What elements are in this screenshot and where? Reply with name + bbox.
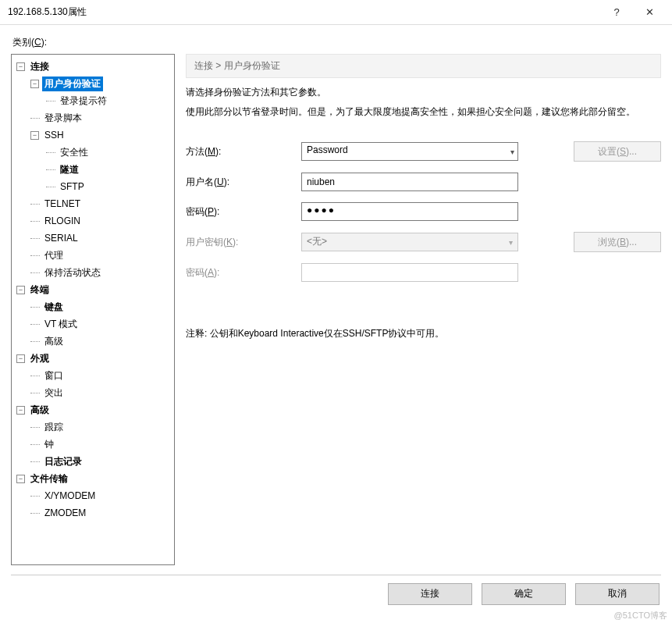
tree-item-telnet[interactable]: TELNET bbox=[13, 195, 172, 212]
tree-item-appearance[interactable]: − 外观 bbox=[13, 350, 172, 367]
tree-line-icon bbox=[30, 307, 40, 308]
tree-line-icon bbox=[30, 513, 40, 514]
tree-line-icon bbox=[30, 221, 40, 222]
connect-button[interactable]: 连接 bbox=[388, 583, 472, 605]
ok-button[interactable]: 确定 bbox=[482, 583, 566, 605]
tree-item-sftp[interactable]: SFTP bbox=[13, 178, 172, 195]
tree-item-rlogin[interactable]: RLOGIN bbox=[13, 212, 172, 230]
row-passphrase: 密码(A): bbox=[186, 263, 661, 282]
tree-item-login-prompt[interactable]: 登录提示符 bbox=[13, 92, 172, 109]
tree-line-icon bbox=[30, 461, 40, 462]
tree-line-icon bbox=[46, 101, 55, 101]
content-pane: 连接 > 用户身份验证 请选择身份验证方法和其它参数。 使用此部分以节省登录时间… bbox=[186, 54, 661, 565]
collapse-icon[interactable]: − bbox=[30, 80, 39, 88]
collapse-icon[interactable]: − bbox=[16, 475, 25, 483]
collapse-icon[interactable]: − bbox=[16, 62, 25, 71]
tree-line-icon bbox=[30, 496, 40, 497]
tree-item-bell[interactable]: 钟 bbox=[13, 436, 172, 453]
tree-line-icon bbox=[30, 444, 40, 445]
description-2: 使用此部分以节省登录时间。但是，为了最大限度地提高安全性，如果担心安全问题，建议… bbox=[186, 104, 661, 119]
chevron-down-icon: ▾ bbox=[510, 148, 514, 156]
tree-item-terminal[interactable]: − 终端 bbox=[13, 281, 172, 298]
row-username: 用户名(U): bbox=[186, 173, 661, 191]
window-title: 192.168.5.130属性 bbox=[8, 5, 600, 19]
tree-item-keyboard[interactable]: 键盘 bbox=[13, 298, 172, 315]
settings-button: 设置(S)... bbox=[574, 141, 661, 162]
collapse-icon[interactable]: − bbox=[16, 286, 25, 294]
tree-item-user-auth[interactable]: − 用户身份验证 bbox=[13, 75, 172, 92]
tree-item-login-script[interactable]: 登录脚本 bbox=[13, 109, 172, 126]
description-1: 请选择身份验证方法和其它参数。 bbox=[186, 86, 661, 99]
tree-item-zmodem[interactable]: ZMODEM bbox=[13, 504, 172, 522]
tree-line-icon bbox=[30, 393, 40, 393]
category-label: 类别(C): bbox=[12, 36, 661, 49]
tree-line-icon bbox=[30, 204, 40, 205]
tree-item-file-transfer[interactable]: − 文件传输 bbox=[13, 470, 172, 487]
tree-item-xymodem[interactable]: X/YMODEM bbox=[13, 487, 172, 504]
tree-item-window[interactable]: 窗口 bbox=[13, 367, 172, 384]
userkey-combo: <无> ▾ bbox=[301, 233, 518, 251]
tree-item-ssh[interactable]: − SSH bbox=[13, 126, 172, 144]
collapse-icon[interactable]: − bbox=[16, 406, 25, 415]
main-row: − 连接 − 用户身份验证 登录提示符 登录脚本 − SSH bbox=[11, 54, 661, 565]
passphrase-label: 密码(A): bbox=[186, 266, 293, 279]
tree-item-vt-mode[interactable]: VT 模式 bbox=[13, 315, 172, 333]
tree-item-logging[interactable]: 日志记录 bbox=[13, 453, 172, 470]
titlebar: 192.168.5.130属性 ? ✕ bbox=[0, 0, 672, 25]
username-label: 用户名(U): bbox=[186, 176, 293, 189]
tree-item-keepalive[interactable]: 保持活动状态 bbox=[13, 264, 172, 281]
tree-item-connection[interactable]: − 连接 bbox=[13, 58, 172, 75]
passphrase-input bbox=[301, 263, 518, 282]
tree-line-icon bbox=[30, 324, 40, 325]
note-text: 注释: 公钥和Keyboard Interactive仅在SSH/SFTP协议中… bbox=[186, 327, 661, 340]
chevron-down-icon: ▾ bbox=[509, 238, 513, 247]
username-input[interactable] bbox=[301, 173, 518, 191]
row-method: 方法(M): Password ▾ 设置(S)... bbox=[186, 141, 661, 162]
browse-button[interactable]: 浏览(B)... bbox=[574, 232, 661, 252]
category-tree[interactable]: − 连接 − 用户身份验证 登录提示符 登录脚本 − SSH bbox=[11, 54, 175, 565]
tree-item-trace[interactable]: 跟踪 bbox=[13, 418, 172, 436]
row-userkey: 用户密钥(K): <无> ▾ 浏览(B)... bbox=[186, 232, 661, 252]
collapse-icon[interactable]: − bbox=[30, 131, 39, 140]
password-label: 密码(P): bbox=[186, 205, 293, 219]
tree-item-security[interactable]: 安全性 bbox=[13, 144, 172, 161]
collapse-icon[interactable]: − bbox=[16, 354, 25, 363]
breadcrumb: 连接 > 用户身份验证 bbox=[186, 54, 661, 78]
tree-line-icon bbox=[30, 238, 40, 239]
tree-item-serial[interactable]: SERIAL bbox=[13, 230, 172, 247]
tree-item-tunnel[interactable]: 隧道 bbox=[13, 161, 172, 178]
tree-line-icon bbox=[30, 427, 40, 428]
method-select[interactable]: Password ▾ bbox=[301, 142, 518, 161]
help-button[interactable]: ? bbox=[600, 2, 633, 23]
method-value: Password bbox=[307, 144, 348, 155]
row-password: 密码(P): ●●●● bbox=[186, 202, 661, 221]
tree-line-icon bbox=[46, 187, 55, 187]
tree-line-icon bbox=[30, 255, 40, 256]
close-button[interactable]: ✕ bbox=[633, 2, 666, 23]
tree-line-icon bbox=[46, 169, 55, 170]
tree-line-icon bbox=[46, 152, 55, 153]
tree-item-adv-term[interactable]: 高级 bbox=[13, 333, 172, 350]
tree-line-icon bbox=[30, 376, 40, 376]
tree-line-icon bbox=[30, 341, 40, 342]
dialog-button-bar: 连接 确定 取消 bbox=[11, 575, 661, 612]
tree-line-icon bbox=[30, 272, 40, 273]
userkey-label: 用户密钥(K): bbox=[186, 236, 293, 249]
method-label: 方法(M): bbox=[186, 145, 293, 158]
tree-item-advanced[interactable]: − 高级 bbox=[13, 401, 172, 418]
tree-item-proxy[interactable]: 代理 bbox=[13, 247, 172, 264]
tree-item-highlight[interactable]: 突出 bbox=[13, 384, 172, 401]
userkey-value: <无> bbox=[307, 236, 327, 247]
password-input[interactable]: ●●●● bbox=[301, 202, 518, 221]
tree-line-icon bbox=[30, 118, 40, 119]
cancel-button[interactable]: 取消 bbox=[575, 583, 660, 605]
dialog-body: 类别(C): − 连接 − 用户身份验证 登录提示符 登录脚 bbox=[0, 25, 672, 623]
